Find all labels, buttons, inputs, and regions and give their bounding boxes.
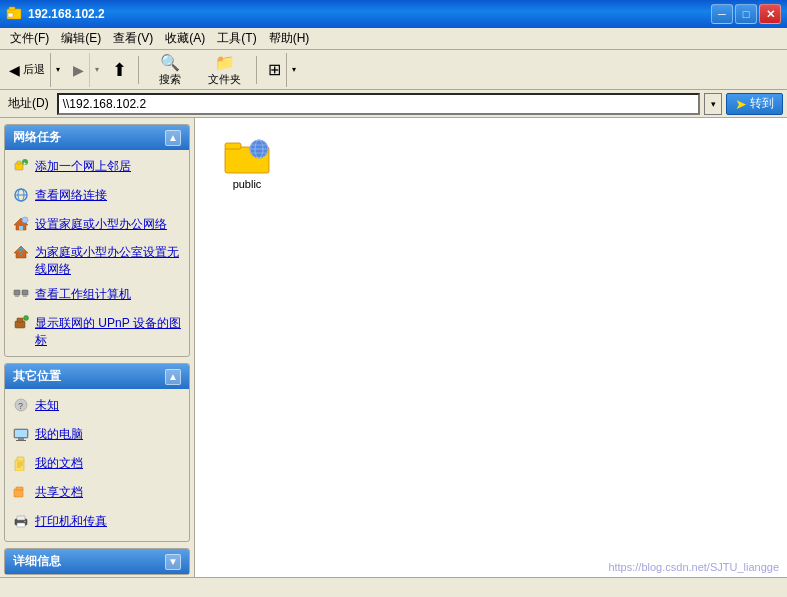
view-connections-icon [13,187,29,208]
svg-rect-40 [225,143,241,149]
main-area: 网络任务 ▲ + 添加一个网上邻居 [0,118,787,577]
go-label: 转到 [750,95,774,112]
views-button[interactable]: ⊞ [263,53,286,87]
go-button[interactable]: ➤ 转到 [726,93,783,115]
forward-group: ▶ ▾ [68,53,103,87]
svg-rect-4 [17,161,21,164]
sidebar-item-setup-home[interactable]: 设置家庭或小型办公网络 [9,214,185,239]
upnp-label: 显示联网的 UPnP 设备的图标 [35,315,181,349]
maximize-button[interactable]: □ [735,4,757,24]
forward-dropdown[interactable]: ▾ [89,53,103,87]
back-label: 后退 [23,62,45,77]
title-icon [6,5,22,24]
svg-rect-11 [19,226,23,230]
folder-public-label: public [233,178,262,190]
back-arrow-icon: ◀ [9,62,20,78]
toolbar-separator-1 [138,56,139,84]
sidebar-item-view-connections[interactable]: 查看网络连接 [9,185,185,210]
workgroup-label: 查看工作组计算机 [35,286,131,303]
toolbar-separator-2 [256,56,257,84]
sidebar-item-mydocs[interactable]: 我的文档 [9,453,185,478]
sidebar-item-workgroup[interactable]: 查看工作组计算机 [9,284,185,309]
other-locations-header[interactable]: 其它位置 ▲ [5,364,189,389]
my-computer-icon [13,426,29,447]
svg-rect-25 [15,430,27,437]
address-input[interactable]: \\192.168.102.2 [57,93,700,115]
sidebar-item-upnp[interactable]: 显示联网的 UPnP 设备的图标 [9,313,185,351]
shareddocs-label: 共享文档 [35,484,83,501]
svg-text:+: + [23,160,27,166]
my-documents-icon [13,455,29,476]
forward-button[interactable]: ▶ [68,53,89,87]
network-tasks-section: 网络任务 ▲ + 添加一个网上邻居 [4,124,190,357]
up-button[interactable]: ⬆ [107,53,132,87]
mycomputer-label: 我的电脑 [35,426,83,443]
svg-rect-18 [23,295,27,297]
menu-file[interactable]: 文件(F) [4,28,55,49]
toolbar: ◀ 后退 ▾ ▶ ▾ ⬆ 🔍 搜索 📁 文件夹 ⊞ ▾ [0,50,787,90]
svg-rect-38 [24,521,26,522]
printer-icon [13,513,29,534]
folders-button[interactable]: 📁 文件夹 [199,53,250,87]
window-controls: ─ □ ✕ [711,4,781,24]
back-group: ◀ 后退 ▾ [4,53,64,87]
details-section: 详细信息 ▼ [4,548,190,575]
content-area: public [195,118,787,577]
titlebar: 192.168.102.2 ─ □ ✕ [0,0,787,28]
search-button[interactable]: 🔍 搜索 [145,53,195,87]
upnp-icon [13,315,29,336]
shared-docs-icon [13,484,29,505]
menu-view[interactable]: 查看(V) [107,28,159,49]
address-dropdown[interactable]: ▾ [704,93,722,115]
folders-icon: 📁 [215,53,235,72]
unknown-label: 未知 [35,397,59,414]
details-title: 详细信息 [13,553,61,570]
network-tasks-header[interactable]: 网络任务 ▲ [5,125,189,150]
setup-home-icon [13,216,29,237]
menu-edit[interactable]: 编辑(E) [55,28,107,49]
other-locations-section: 其它位置 ▲ ? 未知 [4,363,190,542]
menubar: 文件(F) 编辑(E) 查看(V) 收藏(A) 工具(T) 帮助(H) [0,28,787,50]
folder-public[interactable]: public [207,130,287,195]
sidebar-item-printer[interactable]: 打印机和传真 [9,511,185,536]
back-button[interactable]: ◀ 后退 [4,53,50,87]
svg-point-12 [22,217,28,223]
addressbar: 地址(D) \\192.168.102.2 ▾ ➤ 转到 [0,90,787,118]
sidebar-item-add-neighbor[interactable]: + 添加一个网上邻居 [9,156,185,181]
up-icon: ⬆ [112,59,127,81]
unknown-icon: ? [13,397,29,418]
details-collapse[interactable]: ▼ [165,554,181,570]
workgroup-icon [13,286,29,307]
back-dropdown[interactable]: ▾ [50,53,64,87]
svg-rect-27 [16,440,26,441]
view-connections-label: 查看网络连接 [35,187,107,204]
close-button[interactable]: ✕ [759,4,781,24]
network-tasks-body: + 添加一个网上邻居 查看网络连接 [5,150,189,356]
sidebar-item-shareddocs[interactable]: 共享文档 [9,482,185,507]
svg-rect-26 [18,438,24,440]
menu-favorites[interactable]: 收藏(A) [159,28,211,49]
search-label: 搜索 [159,72,181,87]
search-icon: 🔍 [160,53,180,72]
menu-tools[interactable]: 工具(T) [211,28,262,49]
sidebar-item-mycomputer[interactable]: 我的电脑 [9,424,185,449]
setup-home-label: 设置家庭或小型办公网络 [35,216,167,233]
add-neighbor-label: 添加一个网上邻居 [35,158,131,175]
other-locations-collapse[interactable]: ▲ [165,369,181,385]
svg-rect-15 [14,290,20,295]
add-neighbor-icon: + [13,158,29,179]
svg-rect-34 [16,487,23,490]
svg-rect-29 [17,457,24,461]
watermark: https://blog.csdn.net/SJTU_liangge [608,561,779,573]
go-arrow-icon: ➤ [735,96,747,112]
network-tasks-collapse[interactable]: ▲ [165,130,181,146]
minimize-button[interactable]: ─ [711,4,733,24]
setup-wifi-icon [13,244,29,265]
views-dropdown[interactable]: ▾ [286,53,300,87]
sidebar-item-unknown[interactable]: ? 未知 [9,395,185,420]
details-header[interactable]: 详细信息 ▼ [5,549,189,574]
mydocs-label: 我的文档 [35,455,83,472]
sidebar-item-setup-wifi[interactable]: 为家庭或小型办公室设置无线网络 [9,242,185,280]
network-tasks-title: 网络任务 [13,129,61,146]
menu-help[interactable]: 帮助(H) [263,28,316,49]
